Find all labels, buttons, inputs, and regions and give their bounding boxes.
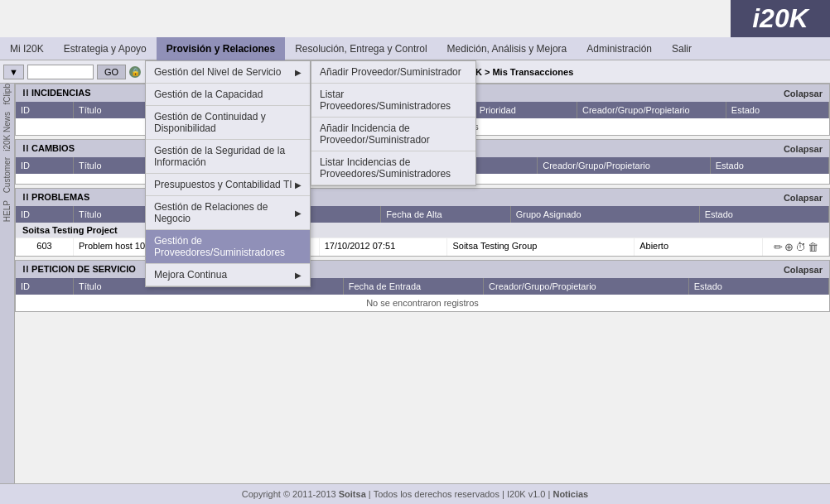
submenu-anadir-proveedor[interactable]: Añadir Proveedor/Suministrador <box>311 61 475 84</box>
logo-text: i20K <box>752 3 808 34</box>
prob-col-id: ID <box>16 206 74 223</box>
table-row: 603 Problem host 10.0.0.234 17/10/2012 0… <box>16 238 829 256</box>
clock-action-icon[interactable]: ⏱ <box>795 241 806 253</box>
footer: Copyright © 2011-2013 Soitsa | Todos los… <box>0 483 830 504</box>
prob-col-status: Estado <box>700 206 829 223</box>
filter-button[interactable]: ▼ <box>3 65 24 79</box>
peticion-collapse[interactable]: Colapsar <box>784 265 823 275</box>
chevron-right-icon-2: ▶ <box>295 180 302 190</box>
copy-icon[interactable]: ⊕ <box>784 241 794 253</box>
dropdown-presupuestos[interactable]: Presupuestos y Contabilidad TI ▶ <box>146 174 310 196</box>
nav-salir[interactable]: Salir <box>662 37 702 60</box>
admin-icon: 🔒 <box>129 66 141 78</box>
nav-administracion[interactable]: Administración <box>577 37 662 60</box>
cambios-col-creator: Creador/Grupo/Propietario <box>538 157 710 174</box>
nav-estrategia[interactable]: Estrategia y Apoyo <box>54 37 157 60</box>
footer-sep2: | <box>502 489 504 499</box>
delete-icon[interactable]: 🗑 <box>808 241 818 253</box>
footer-rights: Todos los derechos reservados <box>374 489 499 499</box>
footer-sep1: | <box>369 489 371 499</box>
left-sidebar: fClipboard i20K News Customer HELP <box>0 60 15 483</box>
provision-dropdown: Gestión del Nivel de Servicio ▶ Gestión … <box>145 60 311 287</box>
submenu-listar-proveedores[interactable]: Listar Proveedores/Suministradores <box>311 84 475 118</box>
logo: i20K <box>731 0 830 37</box>
dropdown-gestion-capacidad[interactable]: Gestión de la Capacidad <box>146 84 310 106</box>
cambios-collapse[interactable]: Colapsar <box>784 144 823 154</box>
proveedores-submenu: Añadir Proveedor/Suministrador Listar Pr… <box>311 60 476 186</box>
problemas-header: ⁞⁞ PROBLEMAS Colapsar <box>16 189 829 206</box>
problemas-collapse[interactable]: Colapsar <box>784 193 823 203</box>
nav-provision[interactable]: Provisión y Relaciones <box>157 37 285 60</box>
dropdown-gestion-seguridad[interactable]: Gestión de la Seguridad de la Informació… <box>146 140 310 174</box>
cambios-col-id: ID <box>16 157 74 174</box>
col-header-creator: Creador/Grupo/Propietario <box>577 102 726 118</box>
peticion-col-status: Estado <box>689 278 829 295</box>
problemas-table-header: ID Título Fecha de Alta Grupo Asignado E… <box>16 206 829 223</box>
chevron-right-icon-4: ▶ <box>295 271 302 280</box>
problemas-title: ⁞⁞ PROBLEMAS <box>22 192 89 203</box>
peticion-section: ⁞⁞ PETICION DE SERVICIO Colapsar ID Títu… <box>15 260 830 312</box>
prob-col-group: Grupo Asignado <box>511 206 700 223</box>
peticion-col-date: Fecha de Entrada <box>344 278 484 295</box>
problemas-group-row: Soitsa Testing Project <box>16 223 829 238</box>
search-input[interactable] <box>27 65 94 79</box>
nav-medicion[interactable]: Medición, Análisis y Mejora <box>437 37 577 60</box>
peticion-no-records: No se encontraron registros <box>16 295 829 311</box>
col-header-prio: Prioridad <box>475 102 577 118</box>
peticion-title: ⁞⁞ PETICION DE SERVICIO <box>22 264 136 275</box>
incidencias-title: ⁞⁞ INCIDENCIAS <box>22 88 91 98</box>
prob-row-date: 17/10/2012 07:51 <box>320 238 448 256</box>
nav-resolucion[interactable]: Resolución, Entrega y Control <box>285 37 437 60</box>
sidebar-help[interactable]: HELP <box>1 197 13 225</box>
dropdown-gestion-proveedores[interactable]: Gestión de Proveedores/Suministradores <box>146 230 310 264</box>
chevron-right-icon: ▶ <box>295 68 302 77</box>
prob-row-id: 603 <box>16 238 74 256</box>
peticion-col-id: ID <box>16 278 74 295</box>
prob-row-actions: ✏ ⊕ ⏱ 🗑 <box>763 238 829 256</box>
go-button[interactable]: GO <box>97 65 126 79</box>
dropdown-gestion-relaciones[interactable]: Gestión de Relaciones de Negocio ▶ <box>146 196 310 230</box>
nav-bar: Mi I20K Estrategia y Apoyo Provisión y R… <box>0 37 830 60</box>
footer-sep3: | <box>548 489 551 499</box>
cambios-col-status: Estado <box>711 157 829 174</box>
dropdown-gestion-nivel[interactable]: Gestión del Nivel de Servicio ▶ <box>146 61 310 84</box>
submenu-anadir-incidencia[interactable]: Añadir Incidencia de Proveedor/Suministr… <box>311 118 475 151</box>
edit-icon[interactable]: ✏ <box>774 241 783 253</box>
sidebar-customer[interactable]: Customer <box>1 154 13 196</box>
prob-row-group: Soitsa Testing Group <box>447 238 635 256</box>
footer-copyright: Copyright © 2011-2013 <box>242 489 336 499</box>
peticion-table-header: ID Título Fecha de Entrada Creador/Grupo… <box>16 278 829 295</box>
peticion-col-creator: Creador/Grupo/Propietario <box>484 278 689 295</box>
footer-news[interactable]: Noticias <box>553 489 588 499</box>
peticion-header: ⁞⁞ PETICION DE SERVICIO Colapsar <box>16 261 829 278</box>
cambios-title: ⁞⁞ CAMBIOS <box>22 143 75 154</box>
submenu-listar-incidencias[interactable]: Listar Incidencias de Proveedores/Sumini… <box>311 151 475 185</box>
incidencias-collapse[interactable]: Colapsar <box>784 89 823 98</box>
nav-mi-i20k[interactable]: Mi I20K <box>0 37 54 60</box>
col-header-status: Estado <box>726 102 829 118</box>
sidebar-news[interactable]: i20K News <box>1 108 13 155</box>
prob-row-status: Abierto <box>635 238 763 256</box>
prob-col-date: Fecha de Alta <box>381 206 510 223</box>
col-header-id: ID <box>16 102 74 118</box>
footer-company: Soitsa <box>339 489 366 499</box>
dropdown-mejora-continua[interactable]: Mejora Continua ▶ <box>146 264 310 286</box>
dropdown-gestion-continuidad[interactable]: Gestión de Continuidad y Disponibilidad <box>146 106 310 140</box>
footer-version: I20K v1.0 <box>507 489 545 499</box>
chevron-right-icon-3: ▶ <box>295 209 302 218</box>
problemas-section: ⁞⁞ PROBLEMAS Colapsar ID Título Fecha de… <box>15 188 830 257</box>
